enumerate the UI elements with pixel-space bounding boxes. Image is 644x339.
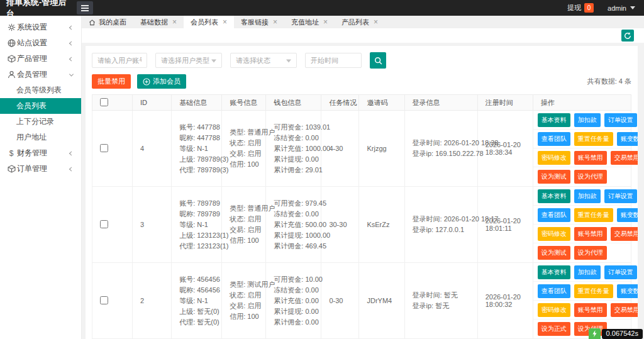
sidebar-item-finance-manage[interactable]: $ 财务管理 [0,145,81,161]
action-button[interactable]: 基本资料 [538,265,570,279]
row-checkbox[interactable] [100,144,108,152]
cell-account-info: 类型: 测试用户状态: 启用交易: 启用信用: 100 [222,263,266,339]
account-search-input[interactable] [92,53,147,68]
action-button[interactable]: 设为代理 [574,246,607,260]
action-button[interactable]: 交易禁用 [611,303,638,317]
tab-my-desktop[interactable]: 我的桌面 [82,16,133,28]
action-button[interactable]: 密码修改 [538,303,570,317]
tabbar: 我的桌面 基础数据 × 会员列表 × 客服链接 × 充值地址 × 产品列表 × [82,16,644,28]
col-header-task-status: 任务情况 [321,95,359,111]
action-button[interactable]: 交易禁用 [611,227,638,241]
action-button[interactable]: 查看团队 [538,284,570,298]
action-button-row: 密码修改账号禁用交易禁用 [533,301,631,320]
member-list-panel: 请选择用户类型 请选择状态 批量禁用 添加会员 共有数据: 4 条 [86,46,638,339]
table-row: 2账号: 456456昵称: 456456等级: N-1上级: 暂无(0)代理:… [92,263,631,339]
close-icon[interactable]: × [223,18,227,26]
sidebar-item-member-list[interactable]: 会员列表 [0,98,81,114]
action-button[interactable]: 重置任务量 [574,208,613,222]
hamburger-menu-icon[interactable] [77,1,93,14]
info-line: 累计佣金: 0.00 [274,317,321,328]
search-icon [374,57,382,65]
close-icon[interactable]: × [323,18,328,26]
close-icon[interactable]: × [374,18,378,26]
sidebar-item-updown-records[interactable]: 上下分记录 [0,114,81,130]
batch-disable-button[interactable]: 批量禁用 [92,74,131,89]
action-button[interactable]: 基本资料 [538,189,570,203]
action-button[interactable]: 设为正式 [538,322,570,336]
sidebar-item-label: 财务管理 [17,148,47,158]
user-type-select[interactable]: 请选择用户类型 [155,53,222,68]
admin-user-menu[interactable]: admin [608,4,635,12]
action-button[interactable]: 账号禁用 [574,227,607,241]
admin-username: admin [608,4,626,12]
row-checkbox[interactable] [100,296,108,304]
close-icon[interactable]: × [172,18,177,26]
tab-recharge-address[interactable]: 充值地址 × [284,16,335,28]
refresh-button[interactable] [621,30,634,42]
info-line: 冻结资金: 0.00 [274,133,321,143]
action-button[interactable]: 设为测试 [538,246,570,260]
action-button[interactable]: 设为代理 [574,170,607,184]
withdraw-menu-item[interactable]: 提现 0 [567,3,594,13]
action-button[interactable]: 订单设置 [604,265,637,279]
cell-checkbox [92,111,133,187]
sidebar-item-system-settings[interactable]: 系统设置 [0,19,81,35]
action-button[interactable]: 账号禁用 [574,303,607,317]
home-icon [89,19,96,26]
sidebar-item-member-level-list[interactable]: 会员等级列表 [0,82,81,98]
select-all-checkbox[interactable] [100,98,108,106]
sidebar-item-product-manage[interactable]: 产品管理 [0,51,81,67]
action-button[interactable]: 加扣款 [574,265,601,279]
tab-service-link[interactable]: 客服链接 × [234,16,284,28]
cell-login-info: 登录时间: 暂无登录ip: 暂无 [404,263,477,339]
info-line: 类型: 普通用户 [230,127,265,138]
action-button[interactable]: 查看团队 [538,208,570,222]
col-header-id: ID [133,95,172,111]
info-line: 账号: 789789 [179,198,221,209]
cell-task-status: 30-30 [321,187,359,263]
sidebar-item-label: 会员管理 [17,69,47,80]
action-button[interactable]: 加扣款 [574,189,601,203]
trace-toggle-button[interactable] [589,328,601,339]
action-button[interactable]: 订单设置 [604,189,637,203]
sidebar-item-order-manage[interactable]: 订单管理 [0,161,81,177]
close-icon[interactable]: × [273,18,277,26]
tab-product-list[interactable]: 产品列表 × [335,16,385,28]
action-button[interactable]: 重置任务量 [574,132,613,146]
action-button[interactable]: 密码修改 [538,151,570,165]
sidebar-item-site-settings[interactable]: 站点设置 [0,35,81,51]
sidebar-item-member-manage[interactable]: 会员管理 [0,67,81,82]
action-button[interactable]: 重置任务量 [574,284,613,298]
action-button[interactable]: 密码修改 [538,227,570,241]
sidebar-item-user-address[interactable]: 用户地址 [0,130,81,145]
action-button[interactable]: 订单设置 [604,113,637,127]
add-member-button[interactable]: 添加会员 [137,74,186,89]
cell-id: 3 [133,187,172,263]
gear-icon [6,23,16,31]
tab-label: 客服链接 [241,18,269,27]
tab-member-list[interactable]: 会员列表 × [184,16,234,28]
action-button[interactable]: 账变数据 [617,132,638,146]
info-line: 累计提现: 1000.00 [274,230,321,241]
action-button[interactable]: 查看团队 [538,132,570,146]
tab-basic-data[interactable]: 基础数据 × [133,16,184,28]
cell-checkbox [92,263,133,339]
search-button[interactable] [370,52,386,69]
action-button[interactable]: 设为测试 [538,170,570,184]
action-button[interactable]: 交易禁用 [611,151,638,165]
member-table: ID 基础信息 账号信息 钱包信息 任务情况 邀请码 登录信息 注册时间 操作 … [92,94,631,339]
status-select[interactable]: 请选择状态 [230,53,297,68]
cell-operations: 基本资料加扣款订单设置查看团队重置任务量账变数据密码修改账号禁用交易禁用设为测试… [533,111,631,187]
action-button[interactable]: 基本资料 [538,113,570,127]
table-row: 4账号: 447788昵称: 447788等级: N-1上级: 789789(3… [92,111,631,187]
chevron-left-icon [69,167,74,171]
tab-label: 我的桌面 [99,18,126,27]
action-button-row: 基本资料加扣款订单设置 [533,111,631,130]
start-time-input[interactable] [305,53,362,68]
action-button[interactable]: 账号禁用 [574,151,607,165]
action-button[interactable]: 加扣款 [574,113,601,127]
row-checkbox[interactable] [100,220,108,228]
action-button[interactable]: 账变数据 [617,208,638,222]
action-button[interactable]: 账变数据 [617,284,638,298]
info-line: 状态: 启用 [230,290,265,301]
